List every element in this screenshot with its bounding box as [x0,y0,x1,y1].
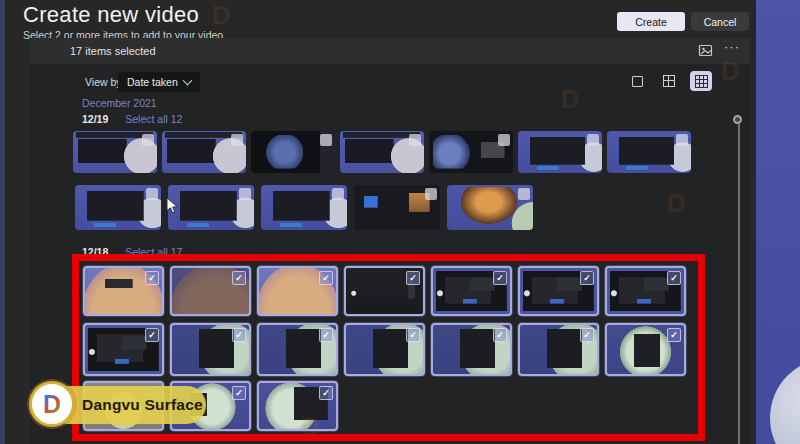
checkbox-unchecked[interactable] [320,134,332,146]
checkbox-unchecked[interactable] [239,188,251,200]
view-medium-button[interactable] [658,71,680,91]
view-by-dropdown[interactable]: Date taken [118,72,200,92]
group-header: 12/19 Select all 12 [82,113,182,125]
page-title: Create new video [23,2,199,28]
thumbnail[interactable] [429,131,513,173]
thumbnail[interactable] [447,185,533,230]
checkbox-unchecked[interactable] [498,134,510,146]
mouse-cursor-icon [166,197,179,215]
chevron-down-icon [183,76,193,86]
checkbox-unchecked[interactable] [409,134,421,146]
checkbox-unchecked[interactable] [518,188,530,200]
scrollbar-thumb[interactable] [733,115,742,124]
view-large-button[interactable] [626,71,648,91]
checkbox-unchecked[interactable] [587,134,599,146]
brand-d-icon: D [43,390,61,419]
thumbnail[interactable] [518,131,602,173]
small-grid-icon [695,75,708,88]
create-button[interactable]: Create [617,12,685,31]
watermark-logo-faint: D [212,0,231,31]
desktop-wallpaper-sphere [770,358,800,444]
checkbox-unchecked[interactable] [332,188,344,200]
medium-grid-icon [663,75,675,87]
cancel-button[interactable]: Cancel [691,12,749,31]
thumbnail[interactable] [162,131,246,173]
desktop-edge-right [756,0,800,444]
selection-count-label: 17 items selected [70,45,156,57]
checkbox-unchecked[interactable] [676,134,688,146]
checkbox-unchecked[interactable] [146,188,158,200]
slideshow-icon[interactable] [698,43,714,59]
large-view-icon [632,76,643,87]
checkbox-unchecked[interactable] [142,134,154,146]
watermark-logo-faint: D [721,56,740,87]
view-by-value: Date taken [118,76,184,88]
thumbnail[interactable] [261,185,347,230]
thumbnail[interactable] [340,131,424,173]
view-small-button[interactable] [690,71,712,91]
more-options-button[interactable]: ··· [724,39,740,54]
thumbnail[interactable] [73,131,157,173]
group-date-label: 12/19 [82,113,108,125]
checkbox-unchecked[interactable] [231,134,243,146]
watermark-logo: D [29,381,75,427]
selection-bar: 17 items selected ··· [30,38,750,64]
view-size-toggles [626,69,712,93]
thumbnail[interactable] [251,131,335,173]
watermark-logo-faint: D [561,84,580,115]
scrollbar-track[interactable] [738,124,740,444]
thumbnail[interactable] [354,185,440,230]
select-all-link[interactable]: Select all 12 [125,113,182,125]
month-header: December 2021 [82,97,157,109]
checkbox-unchecked[interactable] [425,188,437,200]
thumbnail[interactable] [607,131,691,173]
thumbnail[interactable] [168,185,254,230]
watermark-text: Dangvu Surface [82,396,203,414]
watermark-logo-faint: D [667,188,686,219]
screen: Create new video Select 2 or more items … [0,0,800,444]
thumbnail[interactable] [75,185,161,230]
